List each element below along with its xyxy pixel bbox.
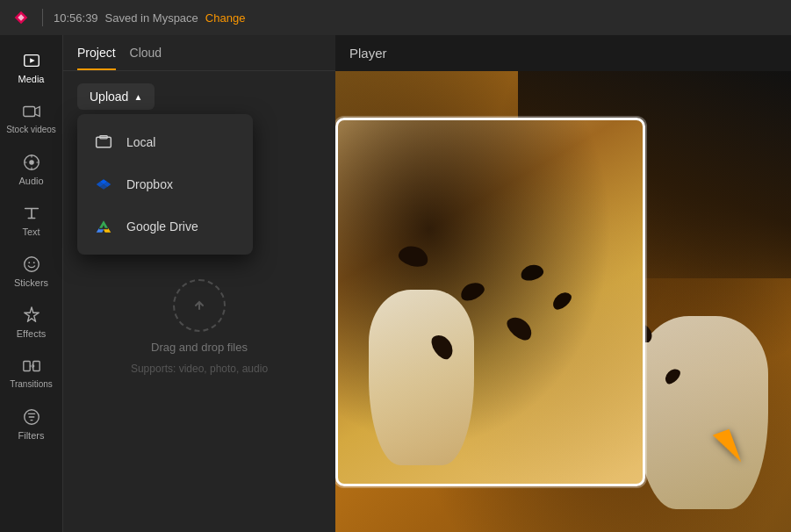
coffee-bean-hi: [397, 243, 431, 270]
svg-marker-1: [30, 58, 35, 63]
save-status: Saved in Myspace: [105, 11, 198, 25]
coffee-bean-hi: [550, 289, 574, 313]
divider: [42, 9, 43, 26]
upload-button[interactable]: Upload ▲: [77, 83, 155, 110]
sidebar-item-stickers-label: Stickers: [14, 277, 48, 288]
svg-point-5: [24, 257, 39, 272]
local-label: Local: [126, 135, 155, 149]
chevron-up-icon: ▲: [133, 92, 142, 102]
google-drive-icon: [93, 216, 114, 237]
coffee-bean-hi: [457, 279, 486, 304]
svg-point-6: [28, 262, 30, 263]
sidebar-item-audio-label: Audio: [18, 176, 43, 186]
player-canvas: [335, 71, 791, 532]
upload-dropdown: Local Dropbox: [77, 114, 253, 255]
dropdown-item-google-drive[interactable]: Google Drive: [77, 205, 253, 248]
sidebar-item-transitions-label: Transitions: [10, 379, 53, 390]
panel-tabs: Project Cloud: [63, 35, 335, 71]
text-icon: [22, 204, 41, 223]
effects-icon: [22, 306, 41, 325]
change-link[interactable]: Change: [205, 11, 246, 25]
sidebar-item-media-label: Media: [18, 74, 45, 84]
drag-drop-subtext: Supports: video, photo, audio: [131, 363, 268, 375]
coffee-bag-right: [636, 316, 768, 509]
transitions-icon: [22, 356, 41, 376]
sidebar-item-effects[interactable]: Effects: [0, 297, 62, 348]
dropdown-item-local[interactable]: Local: [77, 121, 253, 163]
sidebar-item-text[interactable]: Text: [0, 195, 62, 246]
tab-cloud[interactable]: Cloud: [130, 46, 162, 70]
sidebar-item-filters-label: Filters: [18, 430, 45, 441]
local-icon: [93, 132, 114, 153]
left-sidebar: Media Stock videos Audio Text: [0, 35, 63, 532]
upload-button-label: Upload: [90, 90, 128, 104]
drag-drop-text: Drag and drop files: [151, 341, 248, 354]
highlighted-image: [335, 118, 645, 486]
app-logo: [11, 7, 32, 28]
coffee-bean-hi: [503, 313, 536, 344]
media-icon: [22, 51, 41, 70]
main-layout: Media Stock videos Audio Text: [0, 35, 791, 532]
top-bar: 10:56:39 Saved in Myspace Change: [0, 0, 791, 35]
sidebar-item-stock-label: Stock videos: [6, 125, 56, 135]
filters-icon: [22, 407, 41, 427]
timestamp: 10:56:39: [54, 11, 98, 25]
sidebar-item-media[interactable]: Media: [0, 42, 62, 93]
player-area: Player: [335, 35, 791, 532]
svg-point-7: [32, 262, 34, 263]
tab-project[interactable]: Project: [77, 46, 116, 70]
dropdown-item-dropbox[interactable]: Dropbox: [77, 163, 253, 205]
player-header: Player: [335, 35, 791, 71]
audio-icon: [22, 153, 41, 172]
svg-rect-2: [23, 107, 34, 117]
sidebar-item-filters[interactable]: Filters: [0, 399, 62, 449]
drag-drop-icon: [173, 279, 226, 332]
sidebar-item-stickers[interactable]: Stickers: [0, 246, 62, 297]
stickers-icon: [22, 255, 41, 274]
svg-rect-8: [23, 362, 29, 371]
dropbox-label: Dropbox: [126, 177, 173, 191]
hi-bag: [369, 290, 474, 465]
sidebar-item-audio[interactable]: Audio: [0, 144, 62, 195]
coffee-bean-hi: [519, 262, 545, 283]
sidebar-item-stock-videos[interactable]: Stock videos: [0, 93, 62, 144]
sidebar-item-effects-label: Effects: [17, 328, 46, 339]
sidebar-item-text-label: Text: [22, 226, 40, 237]
sidebar-item-transitions[interactable]: Transitions: [0, 348, 62, 399]
panel: Project Cloud Upload ▲ Local: [63, 35, 335, 532]
svg-point-4: [29, 160, 34, 165]
google-drive-label: Google Drive: [126, 219, 198, 234]
player-title: Player: [349, 46, 387, 61]
stock-videos-icon: [22, 102, 41, 121]
dropbox-icon: [93, 174, 114, 195]
